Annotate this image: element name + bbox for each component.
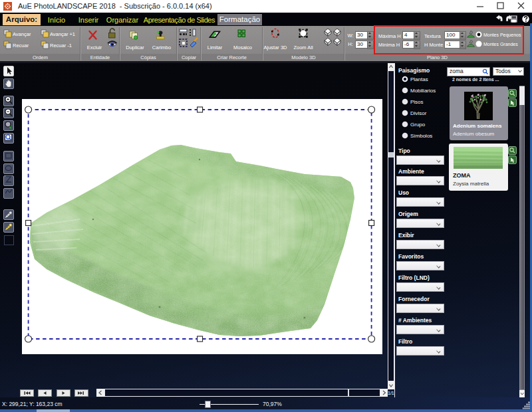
svg-text:Avançar: Avançar xyxy=(13,31,31,37)
svg-text:Recuar: Recuar xyxy=(13,43,29,49)
svg-text:Recuar -1: Recuar -1 xyxy=(50,43,72,49)
svg-text:Ajustar 3D: Ajustar 3D xyxy=(263,45,287,51)
svg-text:Carimbo: Carimbo xyxy=(152,45,171,51)
svg-text:Limitar: Limitar xyxy=(207,45,223,51)
svg-text:Avançar +1: Avançar +1 xyxy=(50,31,75,37)
svg-text:Mosaico: Mosaico xyxy=(233,45,252,51)
svg-text:Excluir: Excluir xyxy=(87,45,102,51)
svg-text:Duplicar: Duplicar xyxy=(126,45,144,51)
svg-text:Zoom All: Zoom All xyxy=(293,45,313,51)
